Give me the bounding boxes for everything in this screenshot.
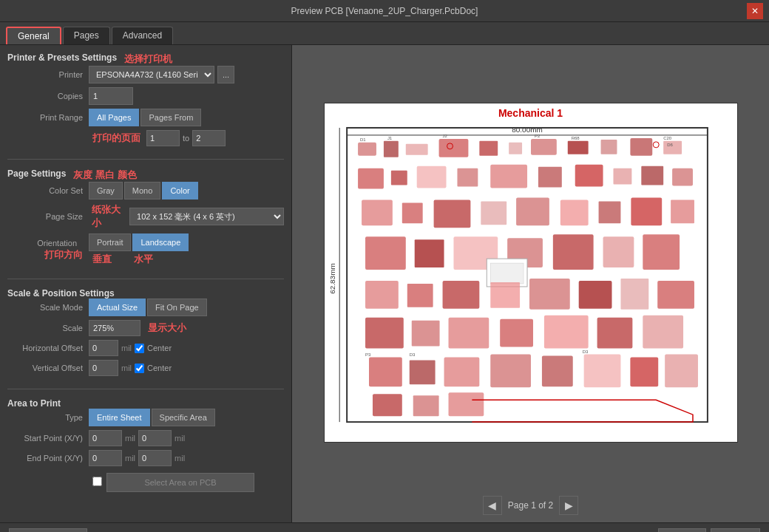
svg-rect-39 — [552, 234, 593, 270]
svg-rect-69 — [448, 392, 484, 416]
fit-on-page-button[interactable]: Fit On Page — [147, 299, 207, 316]
svg-rect-68 — [413, 395, 438, 416]
svg-rect-53 — [411, 320, 439, 346]
mono-button[interactable]: Mono — [124, 182, 161, 200]
svg-text:62.83mm: 62.83mm — [328, 263, 336, 293]
svg-rect-43 — [490, 263, 524, 284]
svg-rect-55 — [500, 318, 533, 347]
to-label: to — [183, 134, 189, 143]
specific-area-button[interactable]: Specific Area — [152, 409, 215, 426]
page-info: Page 1 of 2 — [508, 500, 553, 511]
page-range-inputs-row: 打印的页面 to — [92, 130, 284, 146]
horizontal-offset-label: Horizontal Offset — [7, 344, 89, 352]
vertical-center-checkbox[interactable] — [135, 364, 144, 373]
svg-rect-48 — [529, 279, 570, 310]
svg-rect-64 — [583, 354, 620, 387]
svg-rect-23 — [613, 168, 631, 184]
annotation-paper-size: 纸张大小 — [92, 203, 129, 230]
start-x-input[interactable] — [89, 430, 122, 446]
select-area-checkbox[interactable] — [92, 477, 102, 486]
select-area-checkbox-label — [92, 477, 102, 486]
type-row: Type Entire Sheet Specific Area — [7, 409, 284, 426]
color-set-row: Color Set Gray Mono Color — [7, 182, 284, 200]
page-section-title: Page Settings — [7, 168, 66, 179]
tab-pages[interactable]: Pages — [63, 27, 110, 44]
end-x-input[interactable] — [89, 450, 122, 466]
horizontal-center-label: Center — [135, 344, 172, 353]
svg-rect-58 — [643, 315, 683, 348]
pages-from-button[interactable]: Pages From — [140, 109, 201, 126]
gray-button[interactable]: Gray — [89, 182, 123, 200]
horizontal-offset-input[interactable] — [89, 340, 118, 356]
select-area-row: Select Area on PCB — [92, 470, 284, 492]
printer-section-title: Printer & Presets Settings — [7, 52, 117, 63]
svg-text:J1: J1 — [387, 135, 392, 140]
area-to-print-section: Area to Print Type Entire Sheet Specific… — [7, 398, 284, 496]
page-from-input[interactable] — [146, 130, 180, 146]
svg-text:D6: D6 — [667, 142, 673, 146]
print-button[interactable]: Print... — [658, 528, 706, 533]
start-y-unit: mil — [175, 434, 185, 443]
actual-size-button[interactable]: Actual Size — [89, 299, 146, 316]
tab-general[interactable]: General — [6, 27, 61, 44]
svg-rect-27 — [402, 202, 422, 223]
orientation-buttons-group: Portrait Landscape 垂直 水平 — [89, 233, 189, 266]
all-pages-button[interactable]: All Pages — [89, 109, 139, 126]
print-range-buttons: All Pages Pages From — [89, 109, 201, 126]
scale-label: Scale — [7, 324, 89, 332]
page-size-select[interactable]: 102 x 152 毫米 (4 x 6 英寸) — [129, 208, 284, 225]
horizontal-offset-row: Horizontal Offset mil Center — [7, 340, 284, 356]
preview-area: Mechanical 1 80.00mm 62.83mm — [299, 52, 762, 492]
tab-advanced[interactable]: Advanced — [112, 27, 173, 44]
printer-select[interactable]: EPSONA4A732 (L4160 Series) — [89, 66, 214, 83]
svg-rect-35 — [365, 236, 406, 270]
svg-rect-22 — [575, 164, 603, 186]
pagination: ◀ Page 1 of 2 ▶ — [483, 492, 578, 515]
annotation-gray-black-color: 灰度 黑白 颜色 — [73, 168, 136, 182]
start-point-label: Start Point (X/Y) — [7, 434, 89, 443]
portrait-button[interactable]: Portrait — [89, 233, 131, 251]
svg-rect-26 — [362, 200, 393, 225]
annotation-horizontal: 水平 — [134, 253, 153, 266]
scale-input[interactable] — [89, 320, 140, 336]
pcb-preview-title: Mechanical 1 — [325, 107, 737, 119]
next-page-button[interactable]: ▶ — [559, 496, 578, 515]
color-button[interactable]: Color — [162, 182, 197, 200]
pcb-svg: 80.00mm 62.83mm — [325, 120, 737, 440]
page-to-input[interactable] — [192, 130, 226, 146]
entire-sheet-button[interactable]: Entire Sheet — [89, 409, 150, 426]
horizontal-center-checkbox[interactable] — [135, 344, 144, 353]
prev-page-button[interactable]: ◀ — [483, 496, 502, 515]
close-button[interactable]: ✕ — [747, 3, 763, 19]
page-size-label: Page Size — [7, 212, 89, 221]
set-as-default-button[interactable]: Set As Default — [9, 528, 87, 533]
copies-row: Copies — [7, 87, 284, 105]
cancel-button[interactable]: Cancel — [711, 528, 760, 533]
vertical-offset-input[interactable] — [89, 360, 118, 376]
start-y-input[interactable] — [138, 430, 172, 446]
select-area-button[interactable]: Select Area on PCB — [106, 473, 254, 492]
svg-rect-24 — [641, 166, 663, 185]
end-y-input[interactable] — [138, 450, 172, 466]
annotation-vertical: 垂直 — [92, 253, 112, 266]
main-layout: Printer & Presets Settings 选择打印机 Printer… — [0, 45, 769, 522]
printer-dots-button[interactable]: ... — [217, 66, 234, 83]
printer-select-row: EPSONA4A732 (L4160 Series) ... — [89, 66, 234, 83]
copies-input[interactable] — [89, 87, 133, 105]
svg-rect-31 — [560, 200, 588, 225]
svg-text:C20: C20 — [663, 135, 672, 140]
end-y-unit: mil — [175, 454, 185, 463]
page-size-row: Page Size 纸张大小 102 x 152 毫米 (4 x 6 英寸) — [7, 203, 284, 230]
page-settings-section: Page Settings 灰度 黑白 颜色 Color Set Gray Mo… — [7, 168, 284, 270]
annotation-display-size: 显示大小 — [148, 321, 186, 335]
svg-rect-34 — [671, 200, 694, 223]
end-point-row: End Point (X/Y) mil mil — [7, 450, 284, 466]
svg-rect-19 — [457, 168, 478, 186]
svg-rect-40 — [603, 236, 634, 267]
svg-rect-5 — [358, 142, 376, 155]
landscape-button[interactable]: Landscape — [132, 233, 189, 251]
svg-text:R68: R68 — [571, 135, 580, 140]
svg-text:P3: P3 — [365, 352, 371, 356]
vertical-offset-row: Vertical Offset mil Center — [7, 360, 284, 376]
svg-rect-56 — [543, 315, 588, 348]
